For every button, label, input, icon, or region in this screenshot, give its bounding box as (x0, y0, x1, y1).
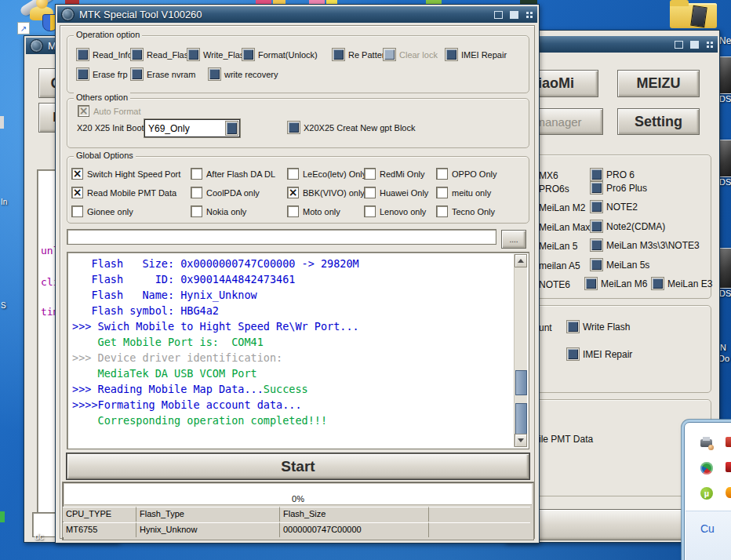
checkbox[interactable] (333, 49, 344, 60)
checkbox[interactable] (591, 239, 602, 251)
global-checkbox-item[interactable]: Switch Hight Speed Port (71, 168, 180, 180)
checkbox[interactable] (364, 205, 376, 217)
checkbox[interactable] (77, 68, 89, 80)
desktop-label[interactable]: Ne (719, 35, 731, 46)
browse-button[interactable]: .... (501, 230, 526, 249)
checkbox[interactable] (287, 205, 299, 217)
global-checkbox-item[interactable]: Tecno Only (436, 205, 495, 217)
checkbox[interactable] (652, 278, 664, 289)
tray-printer-icon[interactable] (700, 437, 713, 449)
global-checkbox-item[interactable]: meitu only (436, 187, 491, 198)
checkbox[interactable] (591, 201, 602, 213)
op-checkbox-erase-frp[interactable]: Erase frp (77, 68, 128, 80)
combobox-dropdown-icon[interactable] (226, 122, 238, 135)
desktop-label[interactable]: DS (719, 94, 731, 104)
desktop-photo-icon[interactable] (718, 248, 731, 289)
desktop-label[interactable]: N (720, 343, 726, 352)
scroll-up-icon[interactable] (515, 254, 527, 267)
checkbox[interactable] (364, 168, 376, 180)
desktop-label[interactable]: In (1, 198, 7, 206)
checkbox[interactable] (585, 278, 597, 289)
global-checkbox-item[interactable]: OPPO Only (436, 168, 496, 180)
checkbox[interactable] (287, 187, 299, 198)
global-checkbox-item[interactable]: Gionee only (71, 205, 133, 217)
checkbox[interactable] (209, 68, 220, 80)
desktop-label[interactable]: dc (35, 532, 44, 541)
checkbox[interactable] (71, 205, 83, 217)
checkbox[interactable] (591, 182, 602, 194)
maximize-icon[interactable] (690, 41, 699, 49)
checkbox[interactable] (187, 49, 199, 60)
auto-format-checkbox-item[interactable]: Auto Format (78, 105, 141, 117)
scrollbar-thumb[interactable] (515, 370, 527, 395)
model-checkbox-item[interactable]: MeiLan 5s (591, 259, 649, 271)
checkbox[interactable] (191, 168, 202, 180)
write-flash-checkbox-item[interactable]: Write Flash (567, 321, 630, 333)
table-header-cell[interactable]: Flash_Size (280, 507, 429, 522)
global-checkbox-item[interactable]: CoolPDA only (191, 187, 260, 198)
checkbox[interactable] (78, 105, 89, 117)
minimize-icon[interactable] (494, 11, 503, 19)
op-checkbox-write-recovery[interactable]: write recovery (209, 68, 278, 80)
op-checkbox-imei-repair[interactable]: IMEI Repair (446, 49, 507, 60)
scrollbar-thumb[interactable] (515, 403, 527, 436)
global-checkbox-item[interactable]: Lenovo only (364, 205, 426, 217)
table-header-cell[interactable]: Flash_Type (136, 507, 280, 522)
checkbox[interactable] (567, 321, 579, 333)
log-output-area[interactable]: Flash Size: 0x0000000747C00000 -> 29820M… (67, 252, 529, 449)
checkbox[interactable] (591, 259, 602, 271)
desktop-folder-icon[interactable] (670, 0, 731, 29)
model-checkbox-item[interactable]: Pro6 Plus (591, 182, 647, 194)
global-checkbox-item[interactable]: Read Mobile PMT Data (71, 187, 176, 198)
setting-button[interactable]: Setting (617, 108, 700, 135)
checkbox[interactable] (436, 168, 448, 180)
global-checkbox-item[interactable]: LeEco(letv) Only (287, 168, 366, 180)
desktop-label[interactable]: S (1, 301, 6, 310)
checkbox[interactable] (191, 205, 202, 217)
model-checkbox-item[interactable]: MeiLan M6 (585, 278, 647, 289)
model-checkbox-item[interactable]: PRO 6 (591, 169, 635, 180)
tray-idm-icon[interactable] (700, 462, 713, 475)
init-boot-combobox[interactable]: Y69_Only (144, 119, 240, 137)
scroll-down-icon[interactable] (515, 434, 527, 447)
op-checkbox-read-flash[interactable]: Read_Flash (131, 49, 193, 60)
model-checkbox-item[interactable]: MeiLan E3 (652, 278, 712, 289)
checkbox[interactable] (71, 187, 83, 198)
table-row[interactable]: MT6755 Hynix_Unknow 0000000747C00000 (63, 522, 530, 537)
op-checkbox-write-flash[interactable]: Write_Flash (187, 49, 249, 60)
global-checkbox-item[interactable]: BBK(VIVO) only (287, 187, 365, 198)
desktop-photo-icon[interactable] (718, 56, 731, 94)
customize-link[interactable]: Cu (700, 522, 715, 535)
global-checkbox-item[interactable]: Nokia only (191, 205, 246, 217)
desktop-label[interactable]: DS (719, 177, 731, 187)
checkbox[interactable] (364, 187, 376, 198)
global-checkbox-item[interactable]: Huawei Only (364, 187, 428, 198)
checkbox[interactable] (131, 68, 143, 80)
op-checkbox-read-info[interactable]: Read_Info (77, 49, 133, 60)
log-scrollbar[interactable] (514, 254, 527, 447)
model-checkbox-item[interactable]: Note2(CDMA) (591, 220, 665, 232)
checkbox[interactable] (287, 168, 299, 180)
gpt-block-checkbox-item[interactable]: X20X25 Creat New gpt Block (288, 122, 415, 133)
imei-repair-checkbox-item[interactable]: IMEI Repair (567, 348, 632, 360)
op-checkbox-erase-nvram[interactable]: Erase nvram (131, 68, 195, 80)
meizu-button[interactable]: MEIZU (617, 70, 700, 97)
desktop-label[interactable]: Do (718, 354, 729, 363)
global-checkbox-item[interactable]: RedMi Only (364, 168, 424, 180)
checkbox[interactable] (591, 169, 602, 180)
checkbox[interactable] (242, 49, 254, 60)
checkbox[interactable] (77, 49, 89, 60)
model-checkbox-item[interactable]: NOTE2 (591, 201, 638, 213)
main-titlebar[interactable]: MTK Special Tool V100260 (57, 6, 537, 23)
tray-red-icon[interactable] (726, 462, 731, 472)
global-checkbox-item[interactable]: Moto only (287, 205, 340, 217)
desktop-label[interactable]: DS (719, 289, 731, 298)
checkbox[interactable] (567, 348, 579, 360)
table-header-cell[interactable]: CPU_TYPE (63, 507, 136, 522)
start-button[interactable]: Start (67, 453, 529, 479)
close-icon[interactable] (526, 11, 533, 18)
tray-red-icon[interactable] (726, 437, 731, 447)
checkbox[interactable] (436, 205, 448, 217)
checkbox[interactable] (131, 49, 143, 60)
checkbox[interactable] (71, 168, 83, 180)
